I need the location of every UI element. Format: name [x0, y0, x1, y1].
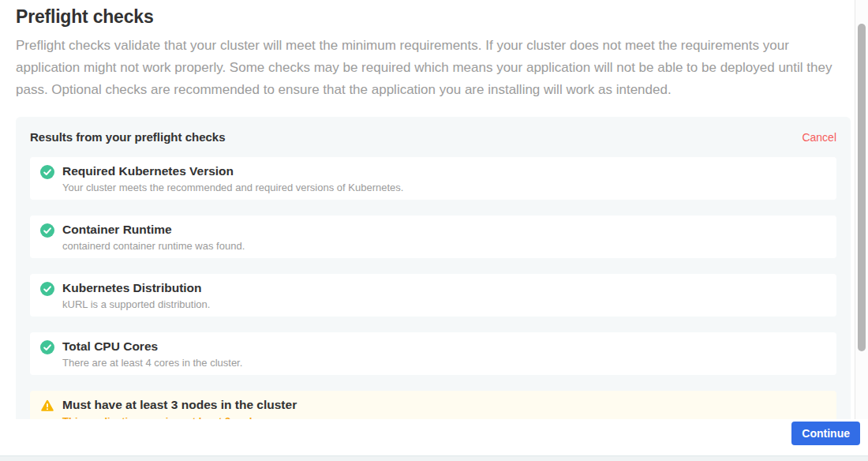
- check-body: Kubernetes DistributionkURL is a support…: [62, 280, 210, 310]
- page-title: Preflight checks: [16, 6, 855, 28]
- check-description: kURL is a supported distribution.: [62, 298, 210, 310]
- preflight-results-panel: Results from your preflight checks Cance…: [16, 117, 851, 461]
- check-item-success: Container Runtimecontainerd container ru…: [30, 216, 836, 258]
- warning-triangle-icon: [40, 399, 54, 413]
- check-description: There are at least 4 cores in the cluste…: [62, 357, 242, 369]
- scrollbar-thumb[interactable]: [858, 24, 866, 351]
- check-title: Container Runtime: [62, 222, 245, 237]
- check-title: Kubernetes Distribution: [62, 280, 210, 295]
- check-item-success: Required Kubernetes VersionYour cluster …: [30, 157, 836, 200]
- continue-button[interactable]: Continue: [791, 422, 860, 445]
- scrollbar-track[interactable]: [855, 0, 868, 419]
- success-check-icon: [40, 223, 54, 238]
- check-description: containerd container runtime was found.: [62, 240, 245, 252]
- success-check-icon: [40, 282, 54, 296]
- scrollable-content: Preflight checks Preflight checks valida…: [0, 0, 855, 461]
- check-title: Must have at least 3 nodes in the cluste…: [62, 397, 297, 412]
- check-body: Total CPU CoresThere are at least 4 core…: [62, 339, 242, 369]
- checks-list: Required Kubernetes VersionYour cluster …: [30, 157, 836, 433]
- panel-header: Results from your preflight checks Cance…: [30, 130, 836, 144]
- success-check-icon: [40, 165, 54, 179]
- check-item-success: Total CPU CoresThere are at least 4 core…: [30, 332, 836, 375]
- footer-bar: Continue: [0, 419, 868, 455]
- check-body: Required Kubernetes VersionYour cluster …: [62, 163, 403, 193]
- check-title: Total CPU Cores: [62, 339, 242, 354]
- preflight-page: Preflight checks Preflight checks valida…: [0, 0, 868, 461]
- cancel-link[interactable]: Cancel: [802, 131, 836, 144]
- check-item-success: Kubernetes DistributionkURL is a support…: [30, 274, 836, 317]
- check-body: Container Runtimecontainerd container ru…: [62, 222, 245, 252]
- page-description: Preflight checks validate that your clus…: [16, 35, 841, 101]
- check-title: Required Kubernetes Version: [62, 163, 403, 178]
- bottom-strip: [0, 455, 868, 461]
- check-description: Your cluster meets the recommended and r…: [62, 182, 403, 193]
- success-check-icon: [40, 340, 54, 354]
- results-heading: Results from your preflight checks: [30, 130, 226, 144]
